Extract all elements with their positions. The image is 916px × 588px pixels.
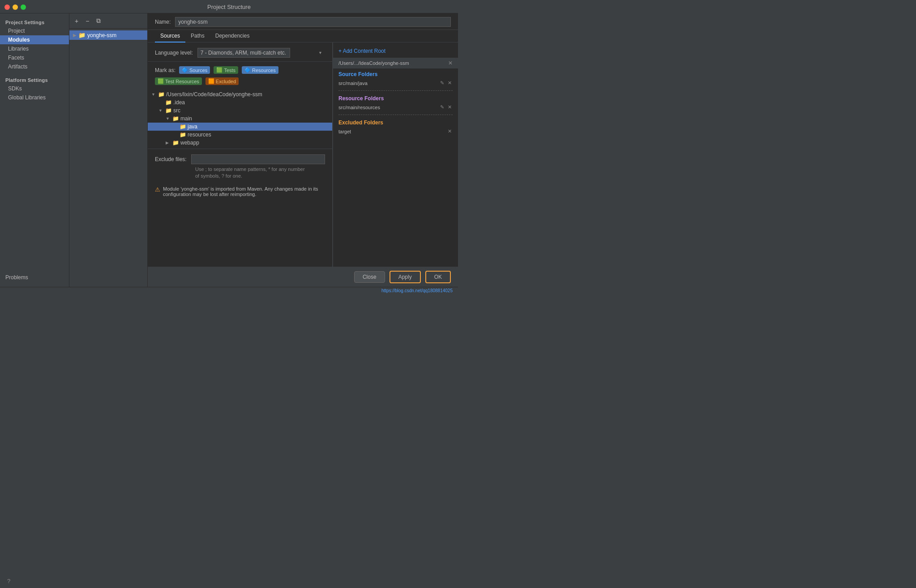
file-tree: ▼ 📁 /Users/lixin/Code/IdeaCode/yonghe-ss…	[148, 89, 332, 149]
excluded-folder-actions: ✕	[447, 128, 453, 134]
file-tree-panel: Language level: 7 - Diamonds, ARM, multi…	[148, 43, 333, 267]
excluded-folder-item: target ✕	[338, 128, 453, 135]
warning-icon: ⚠	[155, 186, 160, 193]
mark-as-label: Mark as:	[155, 67, 175, 73]
content-root-header: /Users/.../IdeaCode/yonghe-ssm ✕	[333, 58, 458, 68]
ft-label-java: java	[188, 124, 197, 130]
ft-item-main[interactable]: ▼ 📁 main	[148, 115, 332, 123]
resource-folder-remove-button[interactable]: ✕	[447, 104, 453, 110]
source-folder-actions: ✎ ✕	[439, 80, 453, 86]
tests-badge-icon: 🟩	[216, 67, 223, 73]
minimize-button[interactable]	[13, 4, 18, 10]
sources-badge-icon: 🔷	[182, 67, 188, 73]
ft-label-main: main	[180, 115, 192, 122]
sidebar-item-problems[interactable]: Problems	[0, 272, 69, 283]
remove-module-button[interactable]: −	[84, 17, 91, 26]
bottom-bar: ? Close Apply OK	[148, 267, 458, 287]
add-module-button[interactable]: +	[73, 17, 80, 26]
sidebar-item-sdks[interactable]: SDKs	[0, 84, 69, 93]
platform-settings-header: Platform Settings	[0, 75, 69, 84]
folder-icon-java: 📁	[180, 124, 186, 130]
language-level-select[interactable]: 7 - Diamonds, ARM, multi-catch etc.	[197, 48, 290, 58]
arrow-root: ▼	[151, 92, 157, 97]
source-folder-path-java: src/main/java	[338, 81, 439, 86]
excluded-folders-section: Excluded Folders target ✕	[333, 117, 458, 137]
close-button-bottom[interactable]: Close	[354, 271, 385, 283]
sidebar-item-facets[interactable]: Facets	[0, 53, 69, 62]
ft-item-resources[interactable]: 📁 resources	[148, 131, 332, 139]
ft-item-webapp[interactable]: ▶ 📁 webapp	[148, 139, 332, 147]
module-folder-icon: 📁	[78, 32, 86, 38]
ok-button[interactable]: OK	[425, 271, 451, 283]
content-area: Language level: 7 - Diamonds, ARM, multi…	[148, 43, 458, 267]
divider-2	[338, 115, 453, 115]
ft-item-root[interactable]: ▼ 📁 /Users/lixin/Code/IdeaCode/yonghe-ss…	[148, 90, 332, 98]
resource-folder-item: src/main/resources ✎ ✕	[338, 103, 453, 111]
resource-folder-path: src/main/resources	[338, 105, 439, 110]
resource-folder-actions: ✎ ✕	[439, 104, 453, 110]
language-level-select-wrap: 7 - Diamonds, ARM, multi-catch etc.	[197, 48, 325, 58]
mark-sources-badge[interactable]: 🔷 Sources	[179, 66, 210, 74]
add-content-root-button[interactable]: + Add Content Root	[333, 46, 458, 58]
ft-item-idea[interactable]: 📁 .idea	[148, 98, 332, 107]
ft-item-java[interactable]: 📁 java	[148, 123, 332, 131]
resource-folders-section: Resource Folders src/main/resources ✎ ✕	[333, 93, 458, 113]
source-folder-edit-button[interactable]: ✎	[439, 80, 445, 86]
maximize-button[interactable]	[21, 4, 26, 10]
close-button[interactable]	[4, 4, 10, 10]
folder-icon-root: 📁	[158, 91, 165, 98]
arrow-webapp: ▶	[166, 141, 171, 145]
name-row: Name:	[148, 13, 458, 30]
resource-folder-edit-button[interactable]: ✎	[439, 104, 445, 110]
mark-tests-badge[interactable]: 🟩 Tests	[214, 66, 238, 74]
main-area: Name: Sources Paths Dependencies Languag…	[148, 13, 458, 287]
mark-test-resources-badge[interactable]: 🟩 Test Resources	[155, 77, 202, 85]
right-panel: + Add Content Root /Users/.../IdeaCode/y…	[333, 43, 458, 267]
module-item-yonghe-ssm[interactable]: ▶ 📁 yonghe-ssm	[69, 30, 147, 40]
sidebar-item-libraries[interactable]: Libraries	[0, 44, 69, 53]
name-input[interactable]	[175, 17, 451, 27]
tab-dependencies[interactable]: Dependencies	[210, 30, 255, 43]
apply-button[interactable]: Apply	[390, 271, 421, 283]
source-folders-title: Source Folders	[338, 71, 453, 77]
tree-arrow: ▶	[73, 33, 77, 38]
language-level-label: Language level:	[155, 50, 193, 56]
sidebar-item-global-libraries[interactable]: Global Libraries	[0, 93, 69, 102]
mark-resources-badge[interactable]: 🔷 Resources	[242, 66, 278, 74]
resource-folders-title: Resource Folders	[338, 95, 453, 102]
title-bar: Project Structure	[0, 0, 458, 13]
exclude-row: Exclude files:	[155, 154, 325, 164]
folder-icon-src: 📁	[165, 107, 172, 114]
folder-icon-idea: 📁	[165, 99, 172, 106]
resources-badge-label: Resources	[252, 68, 276, 73]
excluded-badge-icon: 🟧	[208, 78, 214, 84]
ft-label-root: /Users/lixin/Code/IdeaCode/yonghe-ssm	[166, 91, 262, 98]
resources-badge-icon: 🔷	[244, 67, 251, 73]
tab-sources[interactable]: Sources	[155, 30, 185, 43]
tests-badge-label: Tests	[224, 68, 235, 73]
copy-module-button[interactable]: ⧉	[94, 16, 103, 26]
sidebar-item-modules[interactable]: Modules	[0, 35, 69, 44]
sidebar-item-artifacts[interactable]: Artifacts	[0, 62, 69, 71]
content-root-close-button[interactable]: ✕	[448, 60, 453, 66]
mark-excluded-badge[interactable]: 🟧 Excluded	[205, 77, 239, 85]
source-folder-remove-button[interactable]: ✕	[447, 80, 453, 86]
name-label: Name:	[155, 19, 171, 25]
source-folders-section: Source Folders src/main/java ✎ ✕	[333, 68, 458, 89]
ft-item-src[interactable]: ▼ 📁 src	[148, 107, 332, 115]
mark-as-row: Mark as: 🔷 Sources 🟩 Tests 🔷 Resources	[148, 64, 332, 89]
arrow-src: ▼	[158, 108, 164, 113]
exclude-input[interactable]	[191, 154, 325, 164]
add-content-root-label: + Add Content Root	[338, 48, 385, 54]
excluded-folders-title: Excluded Folders	[338, 119, 453, 126]
exclude-label: Exclude files:	[155, 156, 187, 162]
excluded-folder-remove-button[interactable]: ✕	[447, 128, 453, 134]
sidebar-item-project[interactable]: Project	[0, 26, 69, 35]
ft-label-webapp: webapp	[180, 140, 199, 146]
tab-paths[interactable]: Paths	[185, 30, 210, 43]
exclude-files-area: Exclude files: Use ; to separate name pa…	[148, 149, 332, 183]
tabs: Sources Paths Dependencies	[148, 30, 458, 43]
folder-icon-resources: 📁	[180, 132, 186, 138]
warning-row: ⚠ Module 'yonghe-ssm' is imported from M…	[148, 183, 332, 199]
folder-icon-webapp: 📁	[172, 140, 179, 146]
